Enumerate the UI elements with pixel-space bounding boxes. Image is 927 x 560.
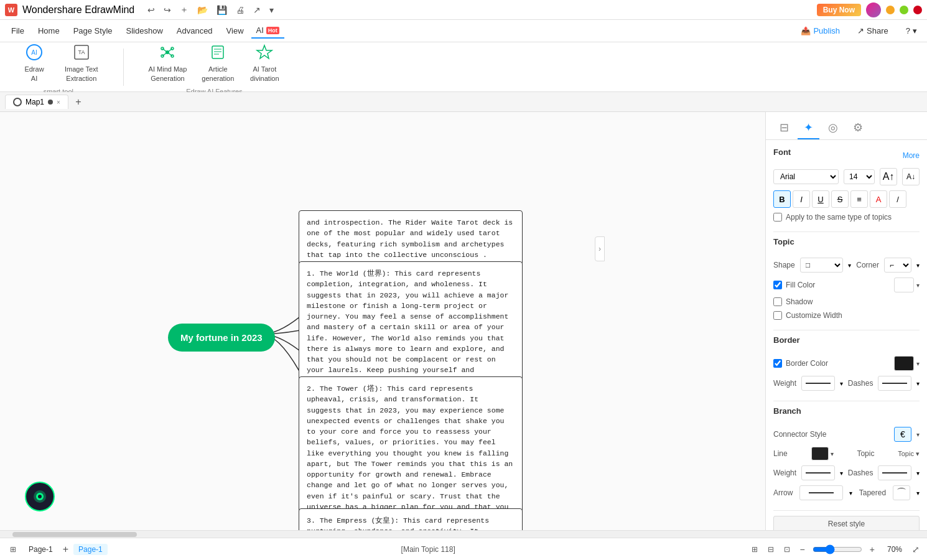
fullscreen-btn[interactable]: ⤢: [912, 544, 920, 554]
font-more-link[interactable]: More: [903, 151, 920, 160]
central-node[interactable]: My fortune in 2023: [168, 324, 275, 352]
shadow-checkbox[interactable]: [773, 297, 782, 306]
align-btn[interactable]: ≡: [850, 190, 868, 208]
apply-same-checkbox[interactable]: [773, 213, 782, 222]
tab-close-btn[interactable]: ×: [57, 99, 60, 106]
menu-home[interactable]: Home: [32, 24, 66, 38]
publish-button[interactable]: 📤 Publish: [796, 24, 845, 37]
panel-toggle-btn[interactable]: ⊞: [7, 544, 19, 555]
redo-btn[interactable]: ↪: [161, 3, 174, 17]
menu-page-style[interactable]: Page Style: [67, 24, 119, 38]
close-button[interactable]: [913, 6, 922, 14]
connector-style-dropdown[interactable]: ▾: [916, 431, 920, 438]
bold-btn[interactable]: B: [773, 190, 791, 208]
branch-line-color-swatch[interactable]: [811, 447, 829, 460]
connector-style-icon[interactable]: €: [894, 427, 911, 442]
branch-topic-dropdown[interactable]: Topic ▾: [898, 450, 920, 458]
underline-btn[interactable]: U: [812, 190, 829, 208]
tab-map1[interactable]: Map1 ×: [5, 95, 68, 109]
view-fit-btn[interactable]: ⊡: [781, 544, 793, 555]
branch-arrow-label: Arrow: [773, 488, 793, 497]
branch-weight-select[interactable]: [801, 465, 835, 480]
share-button[interactable]: ↗ Share: [852, 24, 893, 37]
undo-btn[interactable]: ↩: [144, 3, 158, 17]
view-grid-btn[interactable]: ⊟: [765, 544, 776, 555]
border-color-checkbox[interactable]: [773, 359, 782, 368]
page-1-inactive-tab[interactable]: Page-1: [24, 544, 58, 555]
corner-select[interactable]: ⌐ ⌐: [884, 258, 911, 273]
panel-collapse-button[interactable]: ›: [595, 236, 605, 261]
article-generation-tool[interactable]: Articlegeneration: [195, 39, 240, 86]
customize-width-checkbox[interactable]: [773, 311, 782, 320]
minimize-button[interactable]: [886, 6, 895, 14]
weight-select[interactable]: [801, 376, 835, 391]
branch-arrow-dropdown: ▾: [849, 490, 852, 497]
italic-btn[interactable]: I: [793, 190, 810, 208]
border-color-dropdown[interactable]: ▾: [916, 360, 920, 367]
maximize-button[interactable]: [900, 6, 908, 14]
font-increase-btn[interactable]: A↑: [880, 168, 897, 185]
shape-dropdown-icon: ▾: [848, 262, 851, 269]
ai-mind-map-label: AI Mind MapGeneration: [149, 65, 187, 83]
reset-style-button[interactable]: Reset style: [773, 516, 920, 530]
menu-advanced[interactable]: Advanced: [170, 24, 219, 38]
branch-tapered-icon[interactable]: ⌒: [893, 485, 910, 500]
strikethrough-btn[interactable]: S: [831, 190, 849, 208]
page-1-active-tab[interactable]: Page-1: [73, 544, 108, 555]
zoom-slider[interactable]: [813, 544, 862, 554]
menu-view[interactable]: View: [220, 24, 250, 38]
panel-tab-ai-style[interactable]: ✦: [798, 117, 819, 139]
canvas-area[interactable]: My fortune in 2023 and introspection. Th…: [0, 112, 765, 530]
branch-arrow-select[interactable]: [799, 485, 843, 500]
shape-select[interactable]: □ ○ ⬡: [800, 258, 844, 273]
toolbar-divider-1: [123, 49, 124, 86]
scroll-bar-bottom[interactable]: [0, 530, 927, 538]
ai-assistant-button[interactable]: [25, 482, 55, 511]
panel-tab-format[interactable]: ⊟: [773, 117, 795, 139]
branch-dashes-select[interactable]: [878, 465, 911, 480]
zoom-minus-btn[interactable]: −: [798, 543, 808, 556]
image-text-extraction-tool[interactable]: TA Image TextExtraction: [58, 39, 105, 86]
ai-mind-map-tool[interactable]: AI Mind MapGeneration: [142, 39, 193, 86]
export-btn[interactable]: ↗: [250, 3, 264, 17]
ai-tab-label: AI: [256, 26, 264, 35]
panel-content: Font More Arial 14 10 12 16 18 24: [766, 140, 927, 530]
panel-tab-settings[interactable]: ⚙: [847, 117, 869, 139]
edraw-ai-tool[interactable]: AI EdrawAI: [12, 39, 56, 86]
dashes-select[interactable]: [878, 376, 911, 391]
tab-add-button[interactable]: +: [71, 95, 86, 110]
branch-arrow-row: Arrow ▾ Tapered ⌒ ▾: [773, 485, 920, 500]
save-btn[interactable]: 💾: [213, 3, 230, 17]
ai-tarot-tool[interactable]: AI Tarotdivination: [243, 39, 286, 86]
new-btn[interactable]: ＋: [177, 3, 192, 17]
topic-box-top[interactable]: and introspection. The Rider Waite Tarot…: [299, 210, 523, 267]
highlight-btn[interactable]: /: [889, 190, 906, 208]
help-button[interactable]: ? ▾: [901, 24, 922, 37]
fill-color-swatch[interactable]: [894, 278, 914, 292]
topic-box-3[interactable]: 3. The Empress (女皇): This card represent…: [299, 508, 523, 530]
branch-line-row: Line ▾ Topic Topic ▾: [773, 447, 920, 460]
fill-color-checkbox[interactable]: [773, 281, 782, 289]
topic-box-2[interactable]: 2. The Tower (塔): This card represents u…: [299, 376, 523, 530]
font-family-select[interactable]: Arial: [773, 169, 839, 184]
font-decrease-btn[interactable]: A↓: [902, 168, 920, 185]
app-title: Wondershare EdrawMind: [22, 4, 134, 16]
print-btn[interactable]: 🖨: [233, 3, 248, 17]
zoom-plus-btn[interactable]: +: [867, 543, 877, 556]
open-btn[interactable]: 📂: [194, 3, 211, 17]
panel-tab-location[interactable]: ◎: [822, 117, 844, 139]
menu-file[interactable]: File: [5, 24, 30, 38]
fill-color-dropdown[interactable]: ▾: [916, 282, 920, 289]
branch-line-color-dropdown[interactable]: ▾: [831, 450, 834, 457]
add-page-btn[interactable]: +: [63, 544, 68, 555]
font-color-btn[interactable]: A: [870, 190, 887, 208]
font-size-select[interactable]: 14 10 12 16 18 24: [844, 169, 875, 184]
divider-1: [773, 231, 920, 232]
more-btn[interactable]: ▾: [266, 3, 277, 17]
branch-topic-label: Topic: [857, 449, 874, 458]
border-color-swatch[interactable]: [894, 356, 914, 371]
buy-now-button[interactable]: Buy Now: [817, 4, 861, 16]
menu-slideshow[interactable]: Slideshow: [120, 24, 169, 38]
ai-tab[interactable]: AI Hot: [251, 23, 284, 39]
view-outline-btn[interactable]: ⊞: [749, 544, 760, 555]
